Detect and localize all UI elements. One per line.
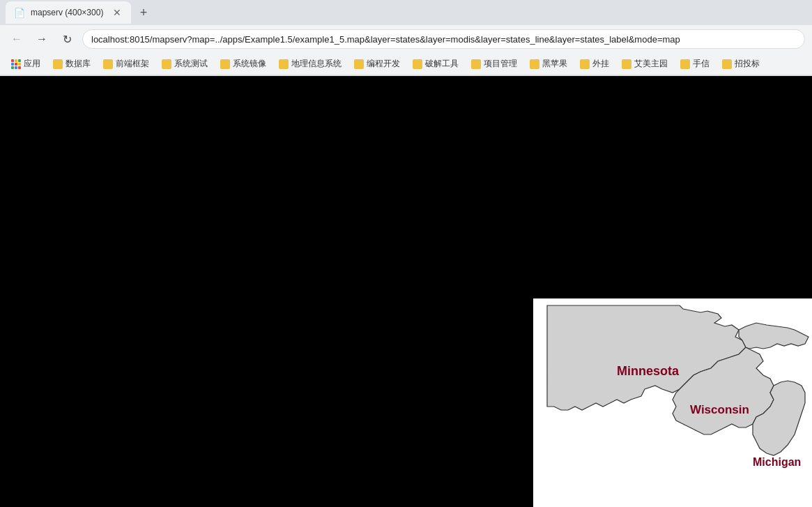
- address-input[interactable]: [82, 29, 805, 49]
- active-tab[interactable]: 📄 mapserv (400×300) ✕: [6, 1, 131, 24]
- back-button[interactable]: ←: [7, 29, 26, 49]
- bookmark-folder-icon: [622, 59, 631, 69]
- bookmark-folder-icon: [680, 59, 690, 69]
- map-svg: Minnesota Wisconsin Michigan: [533, 298, 812, 507]
- bookmark-db[interactable]: 数据库: [47, 56, 96, 72]
- bookmarks-bar: 应用 数据库 前端框架 系统测试 系统镜像 地理信息系统 编程开发 破解工具: [0, 53, 812, 75]
- bookmark-bid[interactable]: 招投标: [717, 56, 765, 72]
- bookmark-folder-icon: [53, 59, 63, 69]
- michigan-label: Michigan: [753, 456, 801, 468]
- forward-button[interactable]: →: [32, 29, 52, 49]
- bookmark-folder-icon: [354, 59, 364, 69]
- bookmark-folder-icon: [471, 59, 481, 69]
- tab-close-button[interactable]: ✕: [112, 7, 123, 18]
- bookmark-mail[interactable]: 手信: [675, 56, 715, 72]
- map-container: Minnesota Wisconsin Michigan: [533, 298, 812, 507]
- reload-button[interactable]: ↻: [57, 29, 77, 49]
- bookmark-apple-label: 黑苹果: [542, 58, 567, 70]
- bookmark-db-label: 数据库: [66, 58, 91, 70]
- bookmark-crack-label: 破解工具: [425, 58, 459, 70]
- bookmark-pm-label: 项目管理: [484, 58, 517, 70]
- bookmark-mail-label: 手信: [693, 58, 710, 70]
- bookmark-folder-icon: [413, 59, 422, 69]
- minnesota-label: Minnesota: [617, 364, 680, 378]
- bookmark-folder-icon: [162, 59, 171, 69]
- bookmark-folder-icon: [279, 59, 289, 69]
- bookmark-folder-icon: [722, 59, 732, 69]
- bookmark-pm[interactable]: 项目管理: [466, 56, 523, 72]
- tab-page-icon: 📄: [14, 8, 25, 18]
- bookmark-folder-icon: [580, 59, 590, 69]
- bookmark-ext[interactable]: 外挂: [574, 56, 615, 72]
- bookmark-apps[interactable]: 应用: [6, 56, 46, 72]
- bookmark-ext-label: 外挂: [592, 58, 609, 70]
- main-content: Minnesota Wisconsin Michigan: [0, 76, 812, 507]
- bookmark-imei[interactable]: 艾美主园: [616, 56, 673, 72]
- bookmark-crack[interactable]: 破解工具: [407, 56, 464, 72]
- bookmark-dev[interactable]: 编程开发: [348, 56, 406, 72]
- bookmark-sysimg-label: 系统镜像: [233, 58, 266, 70]
- bookmark-apple[interactable]: 黑苹果: [524, 56, 573, 72]
- bookmark-sysimg[interactable]: 系统镜像: [215, 56, 272, 72]
- tab-title: mapserv (400×300): [31, 8, 106, 17]
- apps-grid-icon: [11, 59, 21, 69]
- address-bar: ← → ↻: [0, 25, 812, 53]
- wisconsin-label: Wisconsin: [690, 403, 749, 416]
- bookmark-folder-icon: [530, 59, 539, 69]
- bookmark-frontend-label: 前端框架: [116, 58, 149, 70]
- tab-bar: 📄 mapserv (400×300) ✕ +: [0, 0, 812, 25]
- bookmark-gis[interactable]: 地理信息系统: [273, 56, 347, 72]
- bookmark-syscheck-label: 系统测试: [174, 58, 208, 70]
- new-tab-button[interactable]: +: [134, 3, 153, 22]
- bookmark-bid-label: 招投标: [735, 58, 760, 70]
- bookmark-apps-label: 应用: [24, 58, 40, 70]
- bookmark-folder-icon: [103, 59, 113, 69]
- bookmark-dev-label: 编程开发: [367, 58, 400, 70]
- bookmark-syscheck[interactable]: 系统测试: [156, 56, 213, 72]
- bookmark-imei-label: 艾美主园: [634, 58, 668, 70]
- bookmark-folder-icon: [220, 59, 230, 69]
- browser-chrome: 📄 mapserv (400×300) ✕ + ← → ↻ 应用: [0, 0, 812, 76]
- bookmark-gis-label: 地理信息系统: [291, 58, 342, 70]
- bookmark-frontend[interactable]: 前端框架: [98, 56, 155, 72]
